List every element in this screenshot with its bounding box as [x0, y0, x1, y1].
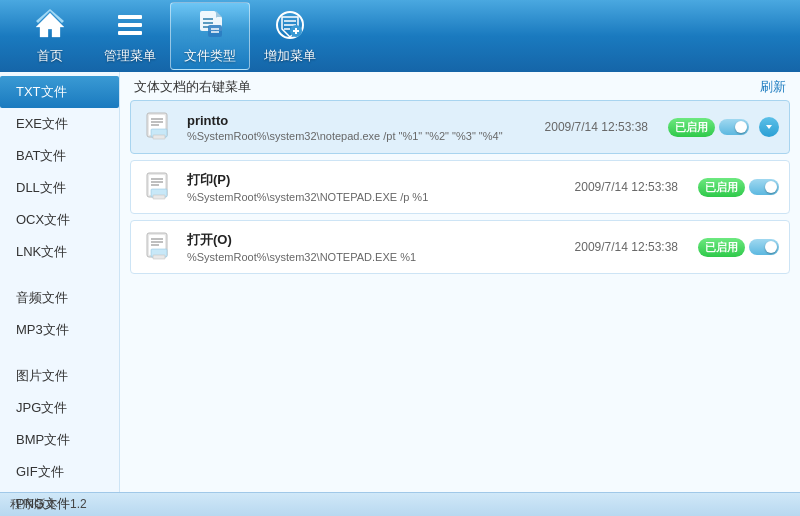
toggle-label: 已启用: [698, 178, 745, 197]
toolbar: 首页 管理菜单 文件类型: [0, 0, 800, 72]
sidebar-item-lnk[interactable]: LNK文件: [0, 236, 119, 268]
svg-marker-0: [36, 13, 64, 37]
sidebar-item-txt[interactable]: TXT文件: [0, 76, 119, 108]
item-date: 2009/7/14 12:53:38: [545, 120, 648, 134]
item-info-printto: printto %SystemRoot%\system32\notepad.ex…: [187, 113, 535, 142]
content-header: 文体文档的右键菜单 刷新: [120, 72, 800, 100]
sidebar-divider-1: [0, 268, 119, 282]
home-icon: [32, 7, 68, 43]
toggle-switch[interactable]: [749, 179, 779, 195]
item-name: 打开(O): [187, 231, 565, 249]
toggle-switch[interactable]: [749, 239, 779, 255]
toolbar-item-file-type[interactable]: 文件类型: [170, 2, 250, 70]
sidebar-item-jpg[interactable]: JPG文件: [0, 392, 119, 424]
refresh-button[interactable]: 刷新: [760, 78, 786, 96]
svg-rect-4: [118, 31, 142, 35]
svg-rect-39: [153, 255, 165, 259]
toolbar-item-home[interactable]: 首页: [10, 2, 90, 70]
sidebar-item-gif[interactable]: GIF文件: [0, 456, 119, 488]
sidebar-item-audio[interactable]: 音频文件: [0, 282, 119, 314]
list-container: printto %SystemRoot%\system32\notepad.ex…: [120, 100, 800, 274]
svg-rect-3: [118, 23, 142, 27]
file-type-icon: [192, 7, 228, 43]
item-cmd: %SystemRoot%\system32\NOTEPAD.EXE /p %1: [187, 191, 527, 203]
item-info-open: 打开(O) %SystemRoot%\system32\NOTEPAD.EXE …: [187, 231, 565, 263]
svg-marker-25: [766, 125, 772, 129]
toolbar-item-file-type-label: 文件类型: [184, 47, 236, 65]
item-date: 2009/7/14 12:53:38: [575, 180, 678, 194]
item-name: printto: [187, 113, 535, 128]
item-date: 2009/7/14 12:53:38: [575, 240, 678, 254]
sidebar-item-bat[interactable]: BAT文件: [0, 140, 119, 172]
sidebar-item-bmp[interactable]: BMP文件: [0, 424, 119, 456]
toolbar-item-add-menu[interactable]: 增加菜单: [250, 2, 330, 70]
sidebar: TXT文件 EXE文件 BAT文件 DLL文件 OCX文件 LNK文件 音频文件…: [0, 72, 120, 492]
add-menu-icon: [272, 7, 308, 43]
content-area: 文体文档的右键菜单 刷新 printt: [120, 72, 800, 492]
item-toggle: 已启用: [668, 118, 749, 137]
statusbar: 程序版本：1.2: [0, 492, 800, 516]
toolbar-item-add-menu-label: 增加菜单: [264, 47, 316, 65]
item-icon-printto: [141, 109, 177, 145]
item-toggle: 已启用: [698, 178, 779, 197]
list-item: 打印(P) %SystemRoot%\system32\NOTEPAD.EXE …: [130, 160, 790, 214]
svg-rect-11: [208, 25, 222, 37]
item-cmd: %SystemRoot%\system32\notepad.exe /pt "%…: [187, 130, 527, 142]
sidebar-item-exe[interactable]: EXE文件: [0, 108, 119, 140]
toggle-label: 已启用: [698, 238, 745, 257]
toolbar-item-home-label: 首页: [37, 47, 63, 65]
sidebar-item-dll[interactable]: DLL文件: [0, 172, 119, 204]
sidebar-divider-2: [0, 346, 119, 360]
toolbar-item-manage-menu-label: 管理菜单: [104, 47, 156, 65]
svg-rect-32: [153, 195, 165, 199]
sidebar-item-mp3[interactable]: MP3文件: [0, 314, 119, 346]
version-label: 程序版本：1.2: [10, 496, 87, 513]
manage-menu-icon: [112, 7, 148, 43]
item-cmd: %SystemRoot%\system32\NOTEPAD.EXE %1: [187, 251, 527, 263]
content-title: 文体文档的右键菜单: [134, 78, 251, 96]
toggle-label: 已启用: [668, 118, 715, 137]
sidebar-item-ocx[interactable]: OCX文件: [0, 204, 119, 236]
svg-rect-2: [118, 15, 142, 19]
item-expand-button[interactable]: [759, 117, 779, 137]
svg-marker-6: [216, 11, 222, 17]
item-name: 打印(P): [187, 171, 565, 189]
toggle-switch[interactable]: [719, 119, 749, 135]
item-icon-print: [141, 169, 177, 205]
list-item: 打开(O) %SystemRoot%\system32\NOTEPAD.EXE …: [130, 220, 790, 274]
sidebar-item-image[interactable]: 图片文件: [0, 360, 119, 392]
item-icon-open: [141, 229, 177, 265]
item-info-print: 打印(P) %SystemRoot%\system32\NOTEPAD.EXE …: [187, 171, 565, 203]
list-item: printto %SystemRoot%\system32\notepad.ex…: [130, 100, 790, 154]
item-toggle: 已启用: [698, 238, 779, 257]
svg-rect-24: [153, 135, 165, 139]
toolbar-item-manage-menu[interactable]: 管理菜单: [90, 2, 170, 70]
main-area: TXT文件 EXE文件 BAT文件 DLL文件 OCX文件 LNK文件 音频文件…: [0, 72, 800, 492]
